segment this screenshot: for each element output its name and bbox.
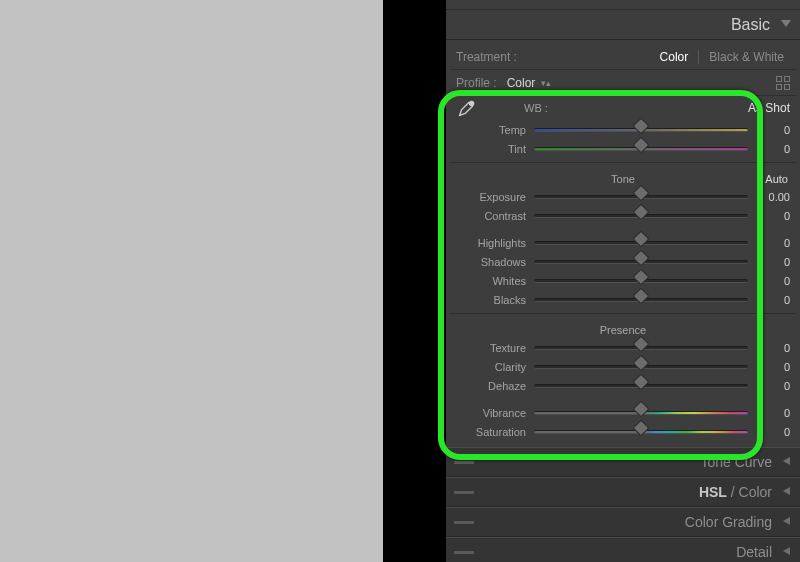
tone-auto-button[interactable]: Auto (765, 173, 788, 185)
treatment-bw[interactable]: Black & White (703, 48, 790, 66)
presence-title: Presence (600, 324, 646, 336)
tone-highlights-slider[interactable] (534, 237, 748, 249)
presence-texture-slider[interactable] (534, 342, 748, 354)
profile-row: Profile : Color ▾▴ (450, 70, 796, 96)
basic-title: Basic (731, 16, 770, 34)
presence-clarity-label: Clarity (456, 361, 526, 373)
panel-tone-curve-header[interactable]: Tone Curve (446, 447, 800, 477)
tone-whites-slider[interactable] (534, 275, 748, 287)
presence-saturation-slider[interactable] (534, 426, 748, 438)
tone-shadows-value[interactable]: 0 (756, 256, 790, 268)
wb-temp-row: Temp 0 (450, 120, 796, 139)
presence-texture-value[interactable]: 0 (756, 342, 790, 354)
panel-switch-icon[interactable] (454, 521, 474, 524)
tone-shadows-slider[interactable] (534, 256, 748, 268)
basic-body: Treatment : Color Black & White Profile … (446, 40, 800, 447)
wb-tint-value[interactable]: 0 (756, 143, 790, 155)
tone-contrast-label: Contrast (456, 210, 526, 222)
disclosure-icon (780, 17, 792, 32)
presence-clarity-value[interactable]: 0 (756, 361, 790, 373)
tone-contrast-value[interactable]: 0 (756, 210, 790, 222)
disclosure-icon (782, 455, 792, 469)
profile-browser-icon[interactable] (776, 76, 790, 90)
wb-row: WB : As Shot (450, 96, 796, 120)
presence-dehaze-value[interactable]: 0 (756, 380, 790, 392)
disclosure-icon (782, 485, 792, 499)
panel-color-grading-header[interactable]: Color Grading (446, 507, 800, 537)
tone-contrast-slider[interactable] (534, 210, 748, 222)
panel-switch-icon[interactable] (454, 491, 474, 494)
tone-shadows-row: Shadows 0 (450, 252, 796, 271)
wb-temp-value[interactable]: 0 (756, 124, 790, 136)
basic-header[interactable]: Basic (446, 10, 800, 40)
wb-temp-slider[interactable] (534, 124, 748, 136)
tone-title: Tone (611, 173, 635, 185)
wb-temp-label: Temp (456, 124, 526, 136)
wb-tint-slider[interactable] (534, 143, 748, 155)
presence-texture-label: Texture (456, 342, 526, 354)
presence-title-row: Presence (450, 318, 796, 338)
tone-exposure-label: Exposure (456, 191, 526, 203)
divider (450, 162, 796, 163)
presence-texture-row: Texture 0 (450, 338, 796, 357)
presence-vibrance-label: Vibrance (456, 407, 526, 419)
presence-dehaze-row: Dehaze 0 (450, 376, 796, 395)
tone-blacks-row: Blacks 0 (450, 290, 796, 309)
tone-whites-label: Whites (456, 275, 526, 287)
tone-highlights-row: Highlights 0 (450, 233, 796, 252)
presence-dehaze-label: Dehaze (456, 380, 526, 392)
image-canvas[interactable] (0, 0, 383, 562)
tone-exposure-slider[interactable] (534, 191, 748, 203)
profile-value[interactable]: Color (507, 76, 536, 90)
tone-title-row: Tone Auto (450, 167, 796, 187)
wb-preset[interactable]: As Shot (748, 101, 790, 115)
tone-highlights-label: Highlights (456, 237, 526, 249)
panel-top-strip (446, 0, 800, 10)
presence-saturation-value[interactable]: 0 (756, 426, 790, 438)
presence-saturation-row: Saturation 0 (450, 422, 796, 441)
wb-tint-row: Tint 0 (450, 139, 796, 158)
eyedropper-icon[interactable] (456, 97, 478, 119)
presence-vibrance-slider[interactable] (534, 407, 748, 419)
presence-vibrance-value[interactable]: 0 (756, 407, 790, 419)
panel-switch-icon[interactable] (454, 551, 474, 554)
presence-clarity-slider[interactable] (534, 361, 748, 373)
wb-tint-label: Tint (456, 143, 526, 155)
presence-clarity-row: Clarity 0 (450, 357, 796, 376)
tone-blacks-label: Blacks (456, 294, 526, 306)
tone-shadows-label: Shadows (456, 256, 526, 268)
panel-detail-header[interactable]: Detail (446, 537, 800, 562)
tone-whites-value[interactable]: 0 (756, 275, 790, 287)
divider (450, 313, 796, 314)
tone-exposure-row: Exposure 0.00 (450, 187, 796, 206)
disclosure-icon (782, 545, 792, 559)
presence-vibrance-row: Vibrance 0 (450, 403, 796, 422)
treatment-color[interactable]: Color (654, 48, 695, 66)
wb-label: WB : (524, 102, 548, 114)
panel-switch-icon[interactable] (454, 461, 474, 464)
presence-saturation-label: Saturation (456, 426, 526, 438)
treatment-separator (698, 50, 699, 64)
tone-blacks-value[interactable]: 0 (756, 294, 790, 306)
tone-blacks-slider[interactable] (534, 294, 748, 306)
tone-contrast-row: Contrast 0 (450, 206, 796, 225)
panel-hsl-header[interactable]: HSL / Color (446, 477, 800, 507)
treatment-row: Treatment : Color Black & White (450, 44, 796, 70)
profile-dropdown-icon[interactable]: ▾▴ (541, 78, 551, 88)
disclosure-icon (782, 515, 792, 529)
tone-whites-row: Whites 0 (450, 271, 796, 290)
treatment-label: Treatment : (456, 50, 654, 64)
tone-highlights-value[interactable]: 0 (756, 237, 790, 249)
presence-dehaze-slider[interactable] (534, 380, 748, 392)
svg-point-0 (469, 101, 475, 107)
develop-panel: Basic Treatment : Color Black & White Pr… (446, 0, 800, 562)
profile-label: Profile : (456, 76, 497, 90)
tone-exposure-value[interactable]: 0.00 (756, 191, 790, 203)
